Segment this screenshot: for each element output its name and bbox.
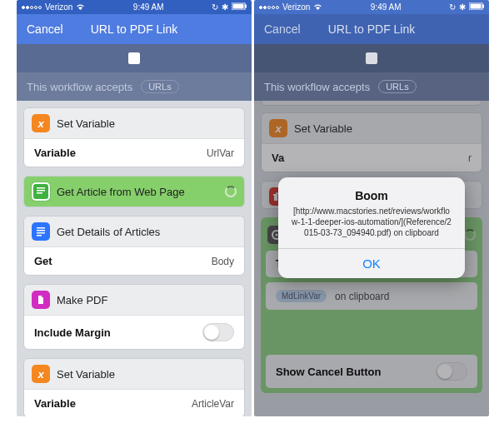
battery-icon <box>232 2 247 12</box>
param-key: Include Margin <box>34 326 111 339</box>
cancel-button[interactable]: Cancel <box>27 22 63 36</box>
svg-rect-5 <box>37 190 45 192</box>
run-bar <box>254 44 489 72</box>
svg-rect-4 <box>37 187 45 189</box>
status-bar: Verizon 9:49 AM ↻ ✱ <box>254 0 489 14</box>
variable-icon: x <box>32 114 50 132</box>
accepts-type-chip: URLs <box>378 80 417 93</box>
svg-rect-9 <box>37 232 45 234</box>
action-set-variable-1[interactable]: x Set Variable Variable UrlVar <box>23 107 245 167</box>
alert-dialog: Boom [http://www.macstories.net/reviews/… <box>278 177 465 278</box>
accepts-bar: This workflow accepts URLs <box>17 72 252 101</box>
bluetooth-icon: ✱ <box>459 2 466 12</box>
action-make-pdf[interactable]: Make PDF Include Margin <box>23 284 245 350</box>
svg-rect-8 <box>37 230 45 231</box>
param-key: Variable <box>34 397 76 410</box>
svg-rect-10 <box>37 235 42 236</box>
accepts-bar: This workflow accepts URLs <box>254 72 489 101</box>
alert-message: [http://www.macstories.net/reviews/workf… <box>292 206 452 238</box>
run-bar <box>17 44 252 72</box>
spinner-icon <box>225 186 237 197</box>
carrier-label: Verizon <box>282 2 310 12</box>
svg-rect-7 <box>37 227 45 229</box>
param-key: Get <box>34 255 52 267</box>
details-icon <box>32 222 50 241</box>
action-set-variable-2[interactable]: x Set Variable Variable ArticleVar <box>23 358 245 416</box>
accepts-label: This workflow accepts <box>264 81 370 93</box>
nav-bar: Cancel URL to PDF Link <box>254 14 489 44</box>
param-value[interactable]: UrlVar <box>207 147 234 159</box>
nav-bar: Cancel URL to PDF Link <box>17 14 252 44</box>
screenshot-right: Verizon 9:49 AM ↻ ✱ Cancel URL to PDF Li… <box>254 0 489 416</box>
action-title: Set Variable <box>57 368 115 381</box>
svg-rect-1 <box>245 5 247 8</box>
accepts-label: This workflow accepts <box>27 81 132 93</box>
action-title: Get Article from Web Page <box>57 186 185 198</box>
status-bar: Verizon 9:49 AM ↻ ✱ <box>17 0 252 14</box>
action-title: Get Details of Articles <box>57 226 160 238</box>
wifi-icon <box>313 2 322 12</box>
action-get-details[interactable]: Get Details of Articles Get Body <box>23 216 245 276</box>
clock-label: 9:49 AM <box>133 2 164 12</box>
alert-ok-button[interactable]: OK <box>278 248 465 278</box>
accepts-type-chip: URLs <box>141 80 179 93</box>
action-title: Make PDF <box>57 294 107 306</box>
signal-dots-icon <box>22 6 42 9</box>
workflow-canvas[interactable]: x Set Variable Variable UrlVar Get Artic… <box>17 101 252 416</box>
article-icon <box>32 182 50 201</box>
action-title: Set Variable <box>57 117 115 130</box>
svg-rect-6 <box>37 192 42 194</box>
svg-rect-12 <box>482 5 484 8</box>
param-value[interactable]: Body <box>212 256 234 267</box>
workflow-canvas: x Set Variable Va r <box>254 101 489 416</box>
run-stop-icon[interactable] <box>128 52 140 64</box>
signal-dots-icon <box>259 6 279 9</box>
wifi-icon <box>76 2 85 12</box>
screenshot-left: Verizon 9:49 AM ↻ ✱ Cancel URL to PDF Li… <box>17 0 252 416</box>
cancel-button[interactable]: Cancel <box>264 22 301 36</box>
action-get-article[interactable]: Get Article from Web Page <box>23 176 245 207</box>
pdf-icon <box>32 291 50 309</box>
orientation-lock-icon: ↻ <box>212 2 218 12</box>
param-value[interactable]: ArticleVar <box>192 398 234 410</box>
orientation-lock-icon: ↻ <box>449 2 456 12</box>
run-stop-icon[interactable] <box>366 52 377 64</box>
bluetooth-icon: ✱ <box>222 2 228 12</box>
param-key: Variable <box>34 147 76 159</box>
svg-rect-13 <box>471 4 482 9</box>
carrier-label: Verizon <box>45 2 72 12</box>
variable-icon: x <box>32 365 50 383</box>
svg-rect-2 <box>233 4 244 9</box>
battery-icon <box>469 2 484 12</box>
include-margin-toggle[interactable] <box>202 323 234 341</box>
clock-label: 9:49 AM <box>371 2 402 12</box>
alert-title: Boom <box>292 189 452 202</box>
